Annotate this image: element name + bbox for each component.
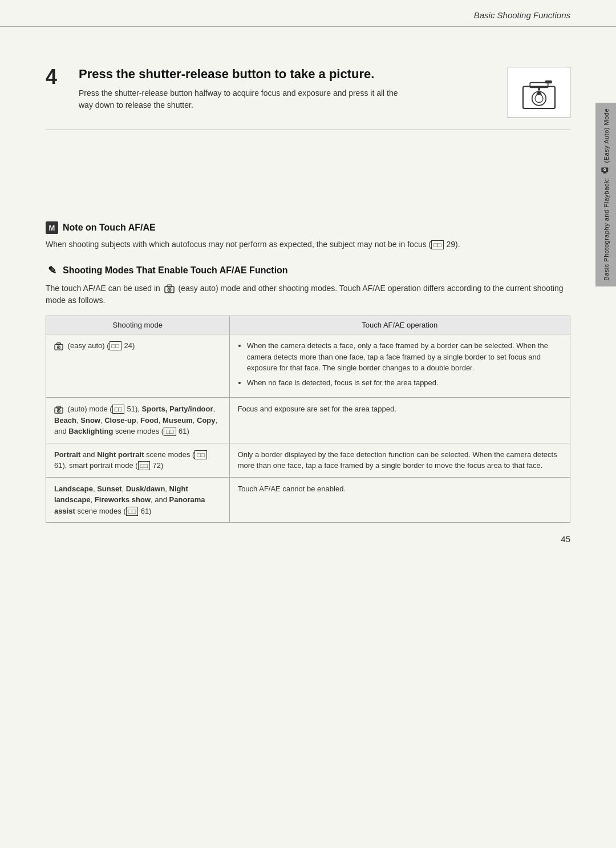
mode-table: Shooting mode Touch AF/AE operation (eas… xyxy=(46,316,570,523)
table-row: Landscape, Sunset, Dusk/dawn, Night land… xyxy=(46,477,570,523)
operation-cell-auto: Focus and exposure are set for the area … xyxy=(229,398,570,443)
table-row: Portrait and Night portrait scene modes … xyxy=(46,443,570,477)
operation-cell-easy-auto: When the camera detects a face, only a f… xyxy=(229,334,570,398)
note-icon: M xyxy=(46,221,58,234)
svg-point-14 xyxy=(58,346,60,348)
mode-cell-portrait: Portrait and Night portrait scene modes … xyxy=(46,443,230,477)
page: Basic Shooting Functions 4 Press the shu… xyxy=(0,0,616,848)
page-header: Basic Shooting Functions xyxy=(0,0,616,27)
note-title-text: Note on Touch AF/AE xyxy=(63,223,156,233)
mode-cell-landscape: Landscape, Sunset, Dusk/dawn, Night land… xyxy=(46,477,230,523)
note-touch-afae: M Note on Touch AF/AE When shooting subj… xyxy=(46,221,570,251)
step-content: Press the shutter-release button to take… xyxy=(79,67,496,111)
col-header-shooting-mode: Shooting mode xyxy=(46,316,230,334)
operation-cell-portrait: Only a border displayed by the face dete… xyxy=(229,443,570,477)
svg-point-10 xyxy=(168,289,170,291)
table-row: (easy auto) (□□ 24) When the camera dete… xyxy=(46,334,570,398)
ref-box-note: □□ xyxy=(431,240,443,249)
step-4-section: 4 Press the shutter-release button to ta… xyxy=(46,67,570,130)
side-tab: Basic Photography and Playback: (Easy Au… xyxy=(595,103,616,286)
svg-rect-20 xyxy=(603,172,606,173)
svg-point-18 xyxy=(58,410,60,411)
section-description: The touch AF/AE can be used in (easy aut… xyxy=(46,282,570,306)
col-header-operation: Touch AF/AE operation xyxy=(229,316,570,334)
svg-marker-5 xyxy=(536,91,542,95)
pencil-icon: ✎ xyxy=(46,264,58,277)
step-description: Press the shutter-release button halfway… xyxy=(79,87,398,111)
page-number: 45 xyxy=(46,534,570,544)
svg-point-2 xyxy=(535,95,543,103)
header-title: Basic Shooting Functions xyxy=(474,10,570,20)
section-title: ✎ Shooting Modes That Enable Touch AF/AE… xyxy=(46,264,570,277)
shooting-modes-section: ✎ Shooting Modes That Enable Touch AF/AE… xyxy=(46,264,570,523)
note-title: M Note on Touch AF/AE xyxy=(46,221,570,234)
side-tab-text: Basic Photography and Playback: (Easy Au… xyxy=(601,108,611,281)
table-row: (auto) mode (□□ 51), Sports, Party/indoo… xyxy=(46,398,570,443)
note-text: When shooting subjects with which autofo… xyxy=(46,239,570,251)
shutter-release-image xyxy=(508,67,570,118)
step-number: 4 xyxy=(46,67,68,87)
mode-cell-easy-auto: (easy auto) (□□ 24) xyxy=(46,334,230,398)
step-title: Press the shutter-release button to take… xyxy=(79,67,496,82)
svg-rect-6 xyxy=(538,87,540,91)
section-title-text: Shooting Modes That Enable Touch AF/AE F… xyxy=(63,265,288,276)
svg-rect-4 xyxy=(545,80,552,83)
operation-cell-landscape: Touch AF/AE cannot be enabled. xyxy=(229,477,570,523)
mode-cell-auto: (auto) mode (□□ 51), Sports, Party/indoo… xyxy=(46,398,230,443)
